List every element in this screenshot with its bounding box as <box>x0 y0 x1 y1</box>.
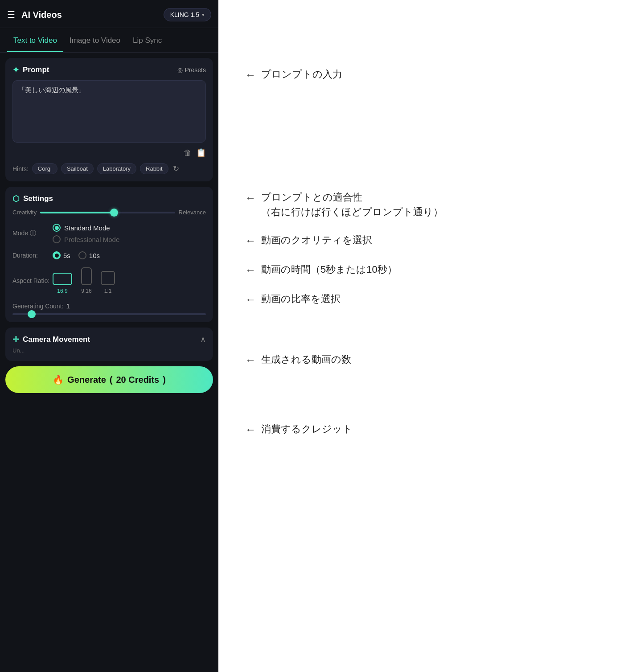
camera-header: ✛ Camera Movement ∧ <box>12 335 206 344</box>
mode-row: Mode ⓘ Standard Mode Professional Mode <box>12 224 206 243</box>
settings-header: ⬡ Settings <box>12 194 206 204</box>
prompt-actions: 🗑 📋 <box>12 148 206 158</box>
duration-10s-option[interactable]: 10s <box>78 251 100 259</box>
annotation-text-2: 動画のクオリティを選択 <box>261 233 372 247</box>
arrow-icon-4: ← <box>245 291 256 307</box>
annotation-text-6: 消費するクレジット <box>261 422 353 436</box>
fire-icon: 🔥 <box>53 374 64 385</box>
hint-chip-2[interactable]: Laboratory <box>97 163 136 174</box>
arrow-icon-2: ← <box>245 233 256 249</box>
duration-label: Duration: <box>12 252 53 259</box>
hint-chip-1[interactable]: Sailboat <box>61 163 94 174</box>
aspect-16-9-label: 16:9 <box>57 288 67 294</box>
hints-label: Hints: <box>12 165 29 172</box>
arrow-icon-1: ← <box>245 190 256 206</box>
generate-label: Generate <box>67 375 106 385</box>
duration-10s-radio[interactable] <box>78 251 86 259</box>
refresh-hints-button[interactable]: ↻ <box>173 164 179 173</box>
creativity-slider[interactable] <box>40 212 175 213</box>
presets-icon: ◎ <box>177 66 183 74</box>
prompt-title-group: ✦ Prompt <box>12 65 49 75</box>
aspect-ratio-row: Aspect Ratio: 16:9 9:16 1:1 <box>12 267 206 294</box>
hint-chip-3[interactable]: Rabbit <box>140 163 168 174</box>
aspect-16-9-icon <box>53 273 72 285</box>
settings-title-group: ⬡ Settings <box>12 194 53 204</box>
aspect-16-9-option[interactable]: 16:9 <box>53 273 72 294</box>
annotation-5: ← 生成される動画の数 <box>245 352 613 368</box>
camera-icon: ✛ <box>12 335 19 344</box>
model-name: KLING 1.5 <box>170 11 199 18</box>
generate-button-container: 🔥 Generate (20 Credits) <box>0 361 218 398</box>
slider-thumb[interactable] <box>110 209 118 217</box>
duration-row: Duration: 5s 10s <box>12 251 206 259</box>
duration-options: 5s 10s <box>53 251 100 259</box>
camera-section: ✛ Camera Movement ∧ Un... <box>5 328 213 361</box>
arrow-icon-3: ← <box>245 262 256 278</box>
tab-image-to-video[interactable]: Image to Video <box>63 28 127 52</box>
aspect-ratio-label: Aspect Ratio: <box>12 277 53 284</box>
prompt-input[interactable]: 「美しい海辺の風景」 <box>12 80 206 143</box>
duration-5s-label: 5s <box>63 252 70 259</box>
annotation-0: ← プロンプトの入力 <box>245 67 613 83</box>
menu-icon[interactable]: ☰ <box>7 9 15 20</box>
annotation-text-1: プロンプトとの適合性 （右に行けば行くほどプロンプト通り） <box>261 190 443 219</box>
settings-section: ⬡ Settings Creativity Relevance Mode ⓘ S… <box>5 187 213 322</box>
annotation-4: ← 動画の比率を選択 <box>245 291 613 307</box>
annotation-1: ← プロンプトとの適合性 （右に行けば行くほどプロンプト通り） <box>245 190 613 219</box>
aspect-9-16-icon <box>81 267 92 285</box>
aspect-1-1-icon <box>101 271 115 285</box>
presets-button[interactable]: ◎ Presets <box>177 66 206 74</box>
annotation-3: ← 動画の時間（5秒または10秒） <box>245 262 613 278</box>
arrow-icon-0: ← <box>245 67 256 83</box>
settings-icon: ⬡ <box>12 194 20 204</box>
delete-prompt-button[interactable]: 🗑 <box>184 148 192 158</box>
generate-button[interactable]: 🔥 Generate (20 Credits) <box>5 366 213 393</box>
duration-5s-option[interactable]: 5s <box>53 251 70 259</box>
aspect-1-1-label: 1:1 <box>104 288 112 294</box>
camera-subtitle: Un... <box>12 347 206 354</box>
aspect-9-16-option[interactable]: 9:16 <box>81 267 92 294</box>
professional-mode-label: Professional Mode <box>64 236 119 243</box>
standard-mode-radio[interactable] <box>53 224 61 232</box>
prompt-title: Prompt <box>23 66 49 74</box>
prompt-header: ✦ Prompt ◎ Presets <box>12 65 206 75</box>
generate-credits-value: 20 Credits <box>116 375 160 385</box>
mode-radio-group: Standard Mode Professional Mode <box>53 224 119 243</box>
app-title: AI Videos <box>21 10 157 20</box>
chevron-down-icon: ▾ <box>202 12 205 18</box>
creativity-row: Creativity Relevance <box>12 209 206 216</box>
model-selector[interactable]: KLING 1.5 ▾ <box>164 8 211 21</box>
count-row: Generating Count: 1 <box>12 302 206 315</box>
duration-5s-radio[interactable] <box>53 251 61 259</box>
standard-mode-option[interactable]: Standard Mode <box>53 224 119 232</box>
sun-icon: ✦ <box>12 65 19 75</box>
tab-lip-sync[interactable]: Lip Sync <box>127 28 168 52</box>
count-slider-thumb[interactable] <box>28 310 36 318</box>
duration-10s-label: 10s <box>89 252 100 259</box>
tabs-container: Text to Video Image to Video Lip Sync <box>0 28 218 53</box>
creativity-slider-container: Creativity Relevance <box>12 209 206 216</box>
annotation-2: ← 動画のクオリティを選択 <box>245 233 613 249</box>
mode-label: Mode ⓘ <box>12 229 53 238</box>
camera-title-group: ✛ Camera Movement <box>12 335 90 344</box>
count-slider[interactable] <box>12 313 206 315</box>
tab-text-to-video[interactable]: Text to Video <box>7 28 63 52</box>
standard-mode-label: Standard Mode <box>64 224 110 232</box>
collapse-button[interactable]: ∧ <box>200 335 206 344</box>
arrow-icon-5: ← <box>245 352 256 368</box>
save-prompt-button[interactable]: 📋 <box>196 148 206 158</box>
aspect-9-16-label: 9:16 <box>81 288 91 294</box>
settings-title: Settings <box>23 194 53 203</box>
annotation-6: ← 消費するクレジット <box>245 422 613 438</box>
annotation-text-4: 動画の比率を選択 <box>261 291 341 306</box>
camera-title: Camera Movement <box>23 335 90 344</box>
aspect-1-1-option[interactable]: 1:1 <box>101 271 115 294</box>
professional-mode-option[interactable]: Professional Mode <box>53 235 119 243</box>
app-header: ☰ AI Videos KLING 1.5 ▾ <box>0 0 218 28</box>
aspect-options: 16:9 9:16 1:1 <box>53 267 115 294</box>
professional-mode-radio[interactable] <box>53 235 61 243</box>
hint-chip-0[interactable]: Corgi <box>32 163 57 174</box>
count-label: Generating Count: <box>12 303 63 310</box>
annotation-text-0: プロンプトの入力 <box>261 67 342 82</box>
hints-row: Hints: Corgi Sailboat Laboratory Rabbit … <box>12 163 206 174</box>
